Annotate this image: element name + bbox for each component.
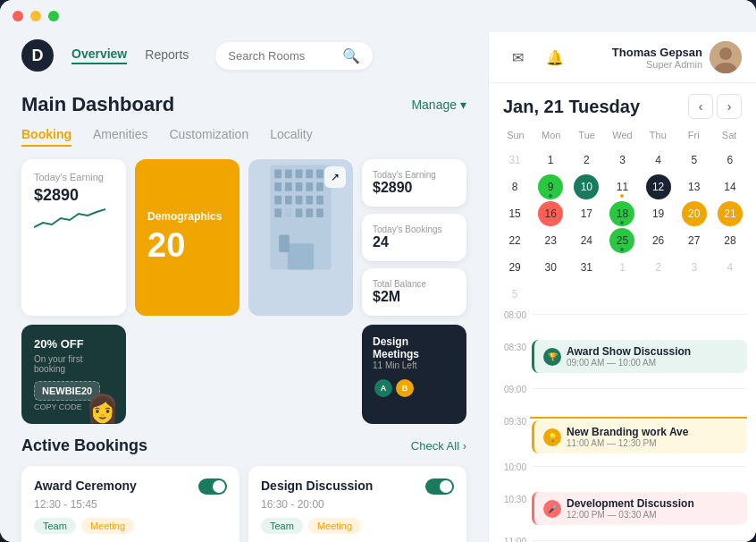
svg-rect-22 (279, 235, 290, 253)
booking-design-name: Design Discussion (261, 478, 373, 493)
cal-date-25-24[interactable]: 25 (609, 228, 634, 253)
left-panel: D Overview Reports 🔍 Main Dashboard Mana… (0, 32, 488, 542)
tabs: Booking Amenities Customization Locality (21, 127, 466, 147)
cal-next-button[interactable]: › (717, 94, 742, 119)
cal-date-27-26[interactable]: 27 (682, 228, 707, 253)
cal-date-10-9[interactable]: 10 (574, 174, 599, 199)
cal-date-19-18[interactable]: 19 (646, 201, 671, 226)
svg-rect-1 (274, 169, 281, 178)
time-line-1000 (532, 466, 747, 467)
event-branding[interactable]: 💡 New Branding work Ave 11:00 AM — 12:30… (532, 420, 747, 453)
event-development[interactable]: 🎤 Development Discussion 12:00 PM — 03:3… (532, 492, 747, 525)
svg-rect-5 (316, 169, 323, 178)
svg-rect-6 (274, 182, 281, 191)
cal-prev-button[interactable]: ‹ (688, 94, 713, 119)
svg-rect-7 (285, 182, 292, 191)
time-label-800: 08:00 (498, 307, 526, 320)
booking-design-toggle[interactable] (425, 478, 454, 495)
cal-date-15-14[interactable]: 15 (502, 201, 527, 226)
cal-date-5-35[interactable]: 5 (502, 282, 527, 307)
cal-date-6-6[interactable]: 6 (718, 148, 743, 173)
time-label-900: 09:00 (498, 381, 526, 394)
todays-earning-value: $2890 (34, 186, 113, 205)
time-slot-800: 08:00 (498, 307, 747, 334)
tag-meeting-1: Meeting (81, 518, 134, 534)
cal-date-24-23[interactable]: 24 (574, 228, 599, 253)
bell-icon[interactable]: 🔔 (541, 43, 569, 72)
close-dot[interactable] (13, 11, 23, 21)
cal-date-2-2[interactable]: 2 (574, 148, 599, 173)
maximize-dot[interactable] (48, 11, 59, 21)
cal-date-12-11[interactable]: 12 (646, 174, 671, 199)
cal-date-22-21[interactable]: 22 (502, 228, 527, 253)
right-icons: ✉ 🔔 (503, 43, 569, 72)
cal-date-26-25[interactable]: 26 (646, 228, 671, 253)
cal-date-1-31[interactable]: 1 (609, 255, 634, 280)
check-all-button[interactable]: Check All › (411, 439, 466, 453)
cal-date-17-16[interactable]: 17 (574, 201, 599, 226)
award-show-icon: 🏆 (543, 348, 561, 366)
tab-locality[interactable]: Locality (270, 127, 312, 147)
cal-date-23-22[interactable]: 23 (538, 228, 563, 253)
total-balance-value: $2M (373, 289, 456, 305)
event-branding-time: 11:00 AM — 12:30 PM (567, 438, 688, 448)
cal-date-8-7[interactable]: 8 (502, 174, 527, 199)
svg-rect-21 (288, 243, 314, 269)
cal-date-14-13[interactable]: 14 (718, 174, 743, 199)
cal-date-20-19[interactable]: 20 (682, 201, 707, 226)
building-card: ↗ (248, 159, 353, 316)
time-line-900 (532, 388, 747, 389)
time-label-1030: 10:30 (498, 491, 526, 504)
titlebar (0, 0, 756, 32)
logo: D (21, 39, 54, 72)
tab-booking[interactable]: Booking (21, 127, 71, 147)
cal-date-1-1[interactable]: 1 (538, 148, 563, 173)
day-sun: Sun (498, 126, 533, 144)
cal-date-28-27[interactable]: 28 (718, 228, 743, 253)
cal-date-31-30[interactable]: 31 (574, 255, 599, 280)
svg-point-24 (719, 47, 732, 60)
day-fri: Fri (676, 126, 711, 144)
svg-rect-9 (306, 182, 313, 191)
minimize-dot[interactable] (30, 11, 41, 21)
cal-date-11-10[interactable]: 11 (609, 174, 634, 199)
cal-date-29-28[interactable]: 29 (502, 255, 527, 280)
manage-button[interactable]: Manage ▾ (411, 97, 466, 112)
cal-date-3-33[interactable]: 3 (682, 255, 707, 280)
booking-award-toggle[interactable] (198, 478, 227, 495)
cal-date-3-3[interactable]: 3 (609, 148, 634, 173)
promo-card: 20% OFF On your first booking NEWBIE20 C… (21, 325, 126, 424)
cal-date-5-5[interactable]: 5 (682, 148, 707, 173)
cal-date-21-20[interactable]: 21 (718, 201, 743, 226)
user-role: Super Admin (612, 59, 702, 70)
svg-rect-3 (296, 169, 303, 178)
cal-date-31-0[interactable]: 31 (502, 148, 527, 173)
cal-date-30-29[interactable]: 30 (538, 255, 563, 280)
cal-date-2-32[interactable]: 2 (646, 255, 671, 280)
mail-icon[interactable]: ✉ (503, 43, 532, 72)
cal-date-9-8[interactable]: 9 (538, 174, 563, 199)
event-award-show[interactable]: 🏆 Award Show Discussion 09:00 AM — 10:00… (532, 340, 747, 373)
time-label-830: 08:30 (498, 339, 526, 352)
cal-date-18-17[interactable]: 18 (609, 201, 634, 226)
user-name: Thomas Gepsan (612, 46, 702, 59)
event-award-time: 09:00 AM — 10:00 AM (567, 358, 691, 368)
tab-customization[interactable]: Customization (169, 127, 248, 147)
expand-icon[interactable]: ↗ (324, 166, 346, 188)
bookings-grid: Award Ceremony 12:30 - 15:45 Team Meetin… (21, 466, 466, 542)
nav-overview[interactable]: Overview (71, 47, 127, 64)
search-box[interactable]: 🔍 (215, 42, 373, 70)
cal-date-4-4[interactable]: 4 (646, 148, 671, 173)
nav-reports[interactable]: Reports (145, 47, 189, 64)
search-input[interactable] (228, 49, 335, 63)
cal-date-13-12[interactable]: 13 (682, 174, 707, 199)
cal-date-16-15[interactable]: 16 (538, 201, 563, 226)
right-header: ✉ 🔔 Thomas Gepsan Super Admin (489, 32, 756, 83)
calendar-header: Jan, 21 Tuesday ‹ › (489, 83, 756, 126)
tab-amenities[interactable]: Amenities (93, 127, 147, 147)
cal-date-4-34[interactable]: 4 (718, 255, 743, 280)
dashboard-header: Main Dashboard Manage ▾ (21, 93, 466, 116)
main-layout: D Overview Reports 🔍 Main Dashboard Mana… (0, 32, 756, 542)
meeting-avatars: A B (373, 377, 456, 399)
total-balance-label: Total Balance (373, 279, 456, 289)
